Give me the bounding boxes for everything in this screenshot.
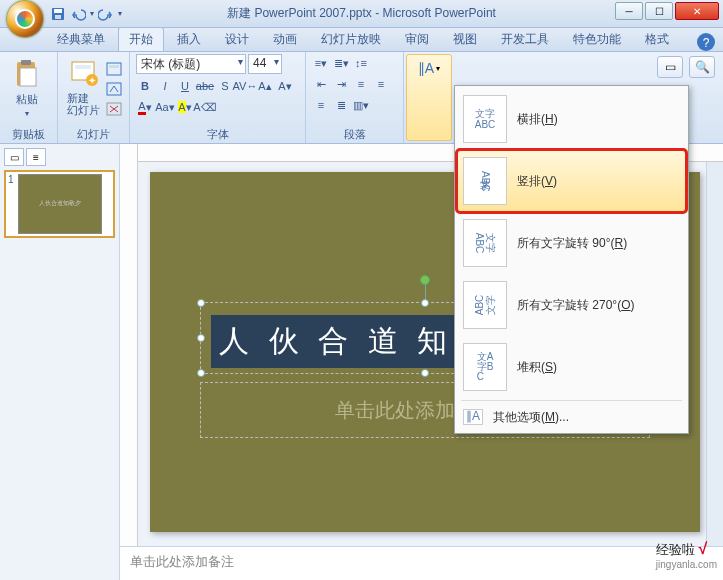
title-text-selected[interactable]: 人 伙 合 道 知 [211,315,461,368]
tab-review[interactable]: 审阅 [394,27,440,51]
rotation-handle[interactable] [420,275,430,285]
increase-indent-button[interactable]: ⇥ [332,75,350,93]
resize-handle-nw[interactable] [197,299,205,307]
undo-icon[interactable] [70,6,86,22]
tab-classic-menu[interactable]: 经典菜单 [46,27,116,51]
svg-rect-10 [107,63,121,75]
notes-pane[interactable]: 单击此处添加备注 [120,546,723,580]
tab-animation[interactable]: 动画 [262,27,308,51]
resize-handle-n[interactable] [421,299,429,307]
align-left-button[interactable]: ≡ [352,75,370,93]
group-clipboard-label: 剪贴板 [0,127,57,142]
resize-handle-s[interactable] [421,369,429,377]
chevron-down-icon: ▾ [25,109,29,118]
slide-thumbnail-pane: ▭ ≡ 1 人伙合道知敬夕 [0,144,120,580]
close-button[interactable]: ✕ [675,2,719,20]
stacked-icon: 文A 字B C [463,343,507,391]
svg-rect-1 [54,9,62,13]
paste-icon [11,58,43,90]
title-bar: ▾ ▾ 新建 PowerPoint 2007.pptx - Microsoft … [0,0,723,28]
bullets-button[interactable]: ≡▾ [312,54,330,72]
group-font: 宋体 (标题) 44 B I U abe S AV↔ A▴ A▾ A▾ Aa▾ … [130,52,306,143]
outline-tab-icon[interactable]: ≡ [26,148,46,166]
tab-view[interactable]: 视图 [442,27,488,51]
italic-button[interactable]: I [156,77,174,95]
thumbnail-preview: 人伙合道知敬夕 [18,174,102,234]
columns-button[interactable]: ▥▾ [352,96,370,114]
undo-dropdown-icon[interactable]: ▾ [90,9,94,18]
office-button[interactable] [6,0,44,38]
resize-handle-w[interactable] [197,334,205,342]
highlight-button[interactable]: A▾ [176,98,194,116]
quick-access-toolbar: ▾ ▾ [50,6,122,22]
tab-developer[interactable]: 开发工具 [490,27,560,51]
tab-design[interactable]: 设计 [214,27,260,51]
align-right-button[interactable]: ≡ [312,96,330,114]
new-slide-button[interactable]: ✦ 新建 幻灯片 [64,54,103,122]
watermark-brand: 经验啦 [656,542,695,557]
group-clipboard: 粘贴 ▾ 剪贴板 [0,52,58,143]
layout-icon[interactable] [105,60,123,78]
decrease-indent-button[interactable]: ⇤ [312,75,330,93]
paste-button[interactable]: 粘贴 ▾ [6,54,48,122]
tab-insert[interactable]: 插入 [166,27,212,51]
menu-separator [461,400,682,401]
qat-customize-icon[interactable]: ▾ [118,9,122,18]
svg-rect-7 [75,65,91,69]
reset-icon[interactable] [105,80,123,98]
shrink-font-button[interactable]: A▾ [276,77,294,95]
clear-formatting-button[interactable]: A⌫ [196,98,214,116]
group-paragraph: ≡▾ ≣▾ ↕≡ ⇤ ⇥ ≡ ≡ ≡ ≣ ▥▾ 段落 [306,52,404,143]
grow-font-button[interactable]: A▴ [256,77,274,95]
character-spacing-button[interactable]: AV↔ [236,77,254,95]
shadow-button[interactable]: S [216,77,234,95]
line-spacing-button[interactable]: ↕≡ [352,54,370,72]
paste-label: 粘贴 [16,92,38,107]
svg-text:✦: ✦ [88,75,96,86]
save-icon[interactable] [50,6,66,22]
font-name-selector[interactable]: 宋体 (标题) [136,54,246,74]
new-slide-icon: ✦ [68,58,100,90]
rotate-90-icon: 文字 ABC [463,219,507,267]
slides-tab-icon[interactable]: ▭ [4,148,24,166]
resize-handle-sw[interactable] [197,369,205,377]
menu-item-stacked[interactable]: 文A 字B C 堆积(S) [457,336,686,398]
tab-home[interactable]: 开始 [118,27,164,51]
more-options-icon: ∥A [463,409,483,425]
vertical-icon: 文字ABC [463,157,507,205]
font-size-selector[interactable]: 44 [248,54,282,74]
tab-slideshow[interactable]: 幻灯片放映 [310,27,392,51]
numbering-button[interactable]: ≣▾ [332,54,350,72]
delete-slide-icon[interactable] [105,100,123,118]
change-case-button[interactable]: Aa▾ [156,98,174,116]
underline-button[interactable]: U [176,77,194,95]
menu-item-rotate-270[interactable]: ABC 文字 所有文字旋转 270°(O) [457,274,686,336]
bold-button[interactable]: B [136,77,154,95]
align-center-button[interactable]: ≡ [372,75,390,93]
minimize-button[interactable]: ─ [615,2,643,20]
redo-icon[interactable] [98,6,114,22]
strikethrough-button[interactable]: abe [196,77,214,95]
vertical-scrollbar[interactable] [706,162,723,546]
watermark: 经验啦 √ jingyanla.com [656,540,717,570]
svg-rect-2 [55,15,61,19]
group-font-label: 字体 [130,127,305,142]
slide-thumbnail-1[interactable]: 1 人伙合道知敬夕 [4,170,115,238]
find-button[interactable]: 🔍 [689,56,715,78]
font-color-button[interactable]: A▾ [136,98,154,116]
watermark-url: jingyanla.com [656,559,717,570]
menu-item-rotate-90[interactable]: 文字 ABC 所有文字旋转 90°(R) [457,212,686,274]
menu-item-vertical[interactable]: 文字ABC 竖排(V) [457,150,686,212]
menu-item-more-options[interactable]: ∥A 其他选项(M)... [457,403,686,431]
shapes-button[interactable]: ▭ [657,56,683,78]
svg-rect-12 [107,83,121,95]
menu-item-horizontal[interactable]: 文字 ABC 横排(H) [457,88,686,150]
justify-button[interactable]: ≣ [332,96,350,114]
tab-special[interactable]: 特色功能 [562,27,632,51]
tab-format[interactable]: 格式 [634,27,680,51]
check-icon: √ [698,540,707,557]
text-direction-button[interactable]: ∥A ▾ [406,54,452,141]
help-button[interactable]: ? [697,33,715,51]
notes-placeholder: 单击此处添加备注 [130,554,234,569]
maximize-button[interactable]: ☐ [645,2,673,20]
